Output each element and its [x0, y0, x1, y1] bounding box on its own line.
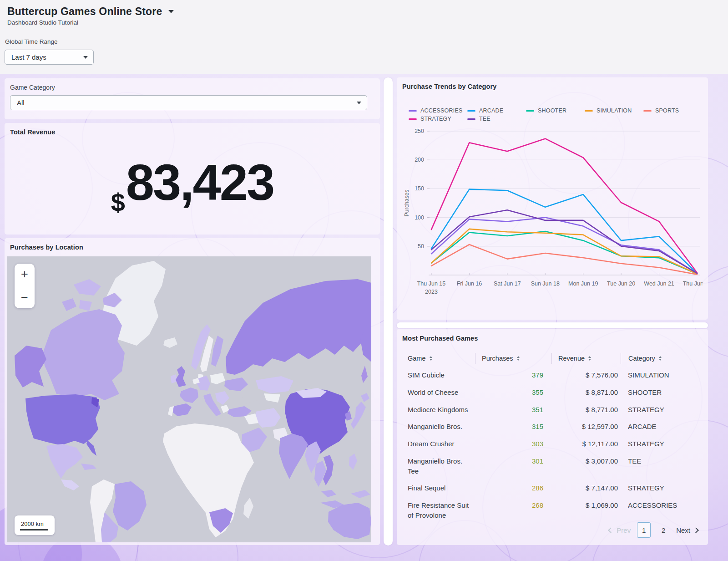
- column-header-game[interactable]: Game: [408, 353, 475, 364]
- legend-item-arcade[interactable]: ARCADE: [467, 107, 526, 114]
- svg-text:Sat Jun 17: Sat Jun 17: [494, 280, 521, 287]
- page-subtitle: Dashboard Studio Tutorial: [7, 19, 78, 26]
- category-cell: TEE: [621, 453, 703, 470]
- legend-swatch-icon: [585, 110, 593, 112]
- purchases-cell: 286: [475, 479, 551, 497]
- svg-text:Thu Jun 22: Thu Jun 22: [683, 280, 703, 287]
- purchases-cell: 355: [475, 384, 551, 401]
- column-header-purchases[interactable]: Purchases: [475, 353, 551, 364]
- legend-swatch-icon: [409, 118, 417, 120]
- games-table: GamePurchasesRevenueCategory SIM Cubicle…: [408, 353, 703, 524]
- legend-label: SPORTS: [655, 107, 679, 114]
- svg-text:50: 50: [418, 243, 424, 250]
- most-purchased-games-panel: Most Purchased Games GamePurchasesRevenu…: [397, 329, 708, 545]
- table-header-row: GamePurchasesRevenueCategory: [408, 353, 703, 364]
- pagination: Prev 1 2 Next: [609, 522, 698, 538]
- total-revenue-panel: Total Revenue $83,423: [5, 123, 380, 235]
- row-divider[interactable]: [397, 322, 708, 328]
- game-category-panel: Game Category All: [5, 78, 380, 119]
- category-cell: STRATEGY: [621, 479, 703, 497]
- column-header-category[interactable]: Category: [621, 353, 703, 364]
- map-title: Purchases by Location: [10, 244, 374, 251]
- game-cell: Dream Crusher: [408, 435, 475, 453]
- table-row[interactable]: Dream Crusher303$ 12,117.00STRATEGY: [408, 435, 703, 453]
- next-page-button[interactable]: Next: [676, 526, 698, 534]
- legend-item-sports[interactable]: SPORTS: [643, 107, 702, 114]
- revenue-cell: $ 12,117.00: [551, 435, 621, 453]
- table-row[interactable]: Fire Resistance Suit of Provolone268$ 1,…: [408, 497, 703, 524]
- game-cell: Mediocre Kingdoms: [408, 401, 475, 418]
- purchases-cell: 303: [475, 435, 551, 453]
- category-cell: ACCESSORIES: [621, 497, 703, 514]
- sort-icon: [588, 356, 591, 361]
- revenue-cell: $ 8,871.00: [551, 384, 621, 401]
- legend-label: SHOOTER: [538, 107, 566, 114]
- map-zoom-in-button[interactable]: +: [21, 268, 28, 280]
- column-header-label: Purchases: [482, 355, 513, 362]
- map-scale-label: 2000 km: [20, 520, 48, 530]
- legend-item-simulation[interactable]: SIMULATION: [585, 107, 643, 114]
- dashboard-canvas: Game Category All Total Revenue $83,423 …: [0, 74, 728, 561]
- chevron-down-icon: [83, 56, 88, 59]
- world-map[interactable]: + − 2000 km: [7, 256, 371, 542]
- purchase-trends-panel: Purchase Trends by Category ACCESSORIESA…: [397, 77, 708, 320]
- svg-text:2023: 2023: [425, 289, 438, 295]
- category-cell: SHOOTER: [621, 384, 703, 401]
- legend-item-tee[interactable]: TEE: [467, 116, 526, 122]
- table-row[interactable]: Mediocre Kingdoms351$ 8,771.00STRATEGY: [408, 401, 703, 418]
- legend-label: SIMULATION: [597, 107, 632, 114]
- app-header: Buttercup Games Online Store Dashboard S…: [0, 0, 728, 74]
- svg-text:200: 200: [415, 157, 424, 163]
- svg-text:Fri Jun 16: Fri Jun 16: [457, 280, 482, 287]
- column-header-label: Revenue: [558, 355, 585, 362]
- legend-item-shooter[interactable]: SHOOTER: [526, 107, 585, 114]
- sort-icon: [517, 356, 520, 361]
- legend-label: ARCADE: [479, 107, 503, 114]
- legend-swatch-icon: [467, 118, 475, 120]
- game-cell: Manganiello Bros. Tee: [408, 453, 475, 480]
- game-category-label: Game Category: [10, 84, 374, 91]
- sort-icon: [430, 356, 432, 361]
- chevron-down-icon: [357, 102, 361, 104]
- game-cell: World of Cheese: [408, 384, 475, 401]
- legend-label: ACCESSORIES: [420, 107, 463, 114]
- category-cell: SIMULATION: [621, 367, 703, 384]
- column-header-label: Category: [628, 355, 655, 362]
- legend-label: STRATEGY: [420, 116, 451, 122]
- table-row[interactable]: Manganiello Bros. Tee301$ 3,007.00TEE: [408, 453, 703, 480]
- page-1-button[interactable]: 1: [637, 522, 651, 538]
- table-row[interactable]: Manganiello Bros.315$ 12,597.00ARCADE: [408, 418, 703, 435]
- column-header-revenue[interactable]: Revenue: [551, 353, 621, 364]
- table-row[interactable]: Final Sequel286$ 7,147.00STRATEGY: [408, 479, 703, 497]
- time-range-value: Last 7 days: [11, 53, 46, 61]
- svg-text:150: 150: [415, 185, 424, 192]
- revenue-cell: $ 1,069.00: [551, 497, 621, 514]
- revenue-cell: $ 8,771.00: [551, 401, 621, 418]
- time-range-label: Global Time Range: [5, 38, 58, 45]
- purchases-cell: 379: [475, 367, 551, 384]
- game-category-select[interactable]: All: [10, 95, 367, 110]
- table-row[interactable]: SIM Cubicle379$ 7,576.00SIMULATION: [408, 367, 703, 384]
- sort-icon: [659, 356, 662, 361]
- page-2-button[interactable]: 2: [657, 523, 670, 537]
- title-menu-caret-icon[interactable]: [168, 10, 174, 13]
- svg-text:Wed Jun 21: Wed Jun 21: [644, 280, 674, 287]
- chevron-left-icon: [608, 527, 614, 533]
- world-map-svg: [7, 256, 371, 542]
- revenue-cell: $ 7,147.00: [551, 479, 621, 497]
- purchases-cell: 315: [475, 418, 551, 435]
- column-divider[interactable]: [384, 77, 393, 546]
- map-zoom-out-button[interactable]: −: [21, 291, 28, 304]
- map-zoom-control: + −: [15, 264, 35, 308]
- revenue-cell: $ 12,597.00: [551, 418, 621, 435]
- purchases-cell: 268: [475, 497, 551, 514]
- game-category-value: All: [17, 99, 25, 107]
- prev-page-button[interactable]: Prev: [609, 526, 631, 534]
- revenue-cell: $ 3,007.00: [551, 453, 621, 470]
- legend-item-strategy[interactable]: STRATEGY: [409, 116, 467, 122]
- table-row[interactable]: World of Cheese355$ 8,871.00SHOOTER: [408, 384, 703, 401]
- time-range-select[interactable]: Last 7 days: [5, 50, 94, 65]
- legend-item-accessories[interactable]: ACCESSORIES: [409, 107, 467, 114]
- map-scale-bar: 2000 km: [15, 515, 55, 535]
- category-cell: STRATEGY: [621, 435, 703, 453]
